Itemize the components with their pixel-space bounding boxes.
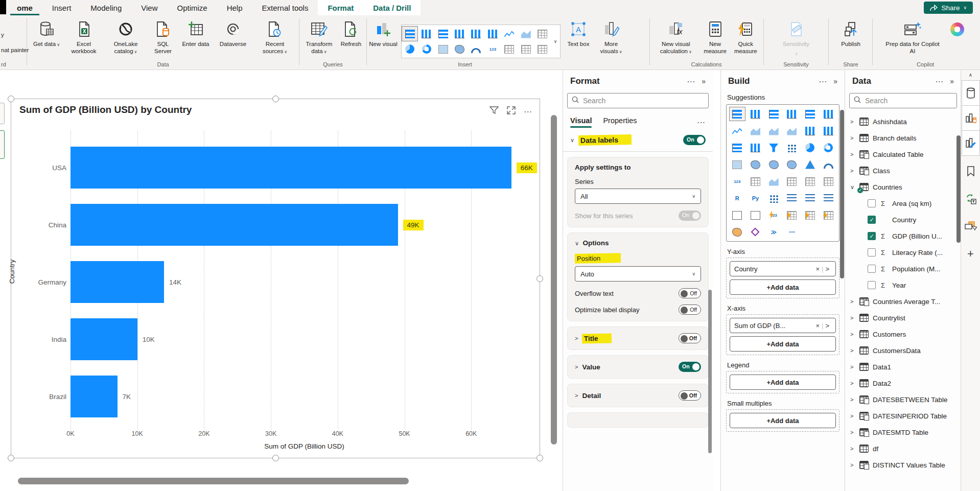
area-chart-icon[interactable]: [748, 124, 763, 137]
chevron-up-icon[interactable]: ∧: [969, 72, 972, 78]
field-checkbox[interactable]: [868, 248, 876, 256]
chevron-right-icon[interactable]: >: [850, 119, 859, 125]
bar-chart-visual[interactable]: Sum of GDP (Billion USD) by Country ⋯ Co…: [11, 99, 540, 458]
more-options-icon[interactable]: ⋯: [524, 107, 532, 116]
kpi-icon[interactable]: [766, 175, 781, 188]
chevron-right-icon[interactable]: >: [850, 347, 859, 354]
tab-format[interactable]: Format: [318, 0, 363, 15]
data-labels-section[interactable]: ∨ Data labels On: [570, 135, 706, 145]
prep-data-copilot-button[interactable]: Prep data for Copilot AI: [884, 20, 941, 55]
power-apps-icon[interactable]: [748, 225, 763, 239]
field-checkbox[interactable]: [868, 199, 876, 207]
chevron-right-icon[interactable]: >: [850, 396, 859, 403]
field-item[interactable]: ✓Country: [845, 212, 961, 228]
tab-visual[interactable]: Visual: [570, 116, 592, 128]
collapse-pane-icon[interactable]: »: [702, 77, 706, 85]
gauge-icon[interactable]: [821, 158, 836, 171]
field-item[interactable]: ✓ΣGDP (Billion U...: [845, 228, 961, 244]
gauge-icon[interactable]: [469, 42, 484, 56]
transform-data-button[interactable]: Transform data: [301, 20, 337, 55]
onelake-catalog-button[interactable]: OneLake catalog: [106, 20, 145, 55]
collapse-pane-icon[interactable]: »: [833, 77, 837, 85]
resize-handle-bottom-left[interactable]: [8, 455, 14, 461]
field-item[interactable]: ΣArea (sq km): [845, 195, 961, 212]
column-chart-icon[interactable]: [452, 27, 468, 41]
chevron-right-icon[interactable]: >: [850, 135, 859, 141]
table-item[interactable]: >DATESMTD Table: [845, 424, 961, 440]
clustered-column-chart-icon[interactable]: [419, 27, 434, 41]
small-multiples-well[interactable]: +Add data: [726, 409, 839, 432]
python-visual-icon[interactable]: Py: [748, 192, 763, 205]
new-card-icon[interactable]: 123: [766, 208, 781, 222]
table-item[interactable]: >df: [845, 440, 961, 457]
table-item[interactable]: >DATESBETWEEN Table: [845, 391, 961, 408]
selection-rail-button[interactable]: [962, 214, 980, 239]
search-input[interactable]: [583, 97, 704, 105]
filter-icon[interactable]: [489, 106, 499, 116]
field-pill-sum-of-gdp[interactable]: Sum of GDP (B... × | >: [730, 318, 836, 333]
bar-india[interactable]: [71, 318, 137, 360]
optimize-label-display-toggle[interactable]: Off: [679, 305, 701, 315]
share-button[interactable]: Share ∨: [924, 2, 973, 14]
table-item[interactable]: >Customers: [845, 326, 961, 342]
new-visual-calculation-button[interactable]: fx New visual calculation: [652, 20, 699, 55]
chevron-right-icon[interactable]: >: [850, 446, 859, 452]
new-measure-button[interactable]: New measure: [701, 20, 730, 55]
field-item[interactable]: ΣYear: [845, 277, 961, 293]
build-pane-rail-button[interactable]: [962, 105, 980, 131]
donut-chart-icon[interactable]: [821, 141, 836, 154]
chevron-right-icon[interactable]: >: [850, 364, 859, 370]
card-icon[interactable]: 123: [485, 42, 500, 56]
data-search[interactable]: [849, 93, 957, 108]
resize-handle-bottom-center[interactable]: [272, 455, 279, 461]
slicer-icon[interactable]: [784, 175, 800, 188]
table-item[interactable]: >Ashishdata: [845, 113, 961, 130]
multi-row-card-icon[interactable]: [748, 175, 763, 188]
line-chart-icon[interactable]: [730, 124, 745, 137]
tab-data-drill[interactable]: Data / Drill: [363, 0, 421, 15]
focus-mode-icon[interactable]: [507, 106, 516, 116]
map-icon[interactable]: [452, 42, 468, 56]
table-item[interactable]: >Calculated Table: [845, 146, 961, 162]
chevron-down-icon[interactable]: ∨: [575, 240, 579, 246]
line-and-clustered-column-chart-icon[interactable]: [485, 27, 500, 41]
field-options-icon[interactable]: >: [823, 322, 831, 330]
qa-visual-icon[interactable]: [802, 192, 818, 205]
matrix-icon[interactable]: [821, 175, 836, 188]
table-item[interactable]: >Data1: [845, 359, 961, 375]
resize-handle-top-left[interactable]: [8, 96, 14, 102]
field-options-icon[interactable]: >: [823, 265, 831, 273]
table-item[interactable]: >DISTINCT Values Table: [845, 457, 961, 473]
series-dropdown[interactable]: All ∨: [575, 189, 701, 204]
more-visuals-button[interactable]: More visuals: [596, 20, 626, 55]
chevron-right-icon[interactable]: >: [850, 331, 859, 337]
collapse-pane-icon[interactable]: »: [950, 77, 954, 85]
enter-data-button[interactable]: Enter data: [181, 20, 211, 48]
report-canvas[interactable]: Sum of GDP (Billion USD) by Country ⋯ Co…: [0, 70, 562, 491]
overflow-text-toggle[interactable]: Off: [679, 288, 701, 298]
add-data-button[interactable]: +Add data: [730, 279, 836, 295]
resize-handle-top-center[interactable]: [272, 96, 279, 102]
add-data-button[interactable]: +Add data: [730, 375, 836, 390]
clustered-column-chart-icon[interactable]: [784, 107, 800, 121]
field-checkbox[interactable]: [868, 265, 876, 273]
edge-button-partial[interactable]: [0, 103, 5, 124]
quick-measure-button[interactable]: Quick measure: [731, 20, 760, 55]
tab-properties[interactable]: Properties: [603, 116, 637, 128]
decomposition-tree-icon[interactable]: [784, 192, 800, 205]
x-axis-well[interactable]: Sum of GDP (B... × | > +Add data: [726, 314, 839, 355]
refresh-button[interactable]: Refresh: [337, 20, 365, 48]
next-card-partial[interactable]: [567, 412, 709, 428]
tab-modeling[interactable]: Modeling: [81, 0, 131, 15]
100-stacked-bar-chart-icon[interactable]: [802, 107, 818, 121]
pie-chart-icon[interactable]: [402, 42, 417, 56]
table-item[interactable]: >DATESINPERIOD Table: [845, 408, 961, 424]
card-icon[interactable]: 123: [730, 175, 745, 188]
table-item[interactable]: >Class: [845, 162, 961, 179]
excel-workbook-button[interactable]: X Excel workbook: [64, 20, 103, 55]
ribbon-chart-icon[interactable]: [730, 141, 745, 154]
new-text-slicer-icon[interactable]: [802, 208, 818, 222]
field-pill-country[interactable]: Country × | >: [730, 261, 836, 276]
remove-field-icon[interactable]: ×: [813, 322, 822, 330]
field-checkbox[interactable]: ✓: [868, 232, 876, 240]
